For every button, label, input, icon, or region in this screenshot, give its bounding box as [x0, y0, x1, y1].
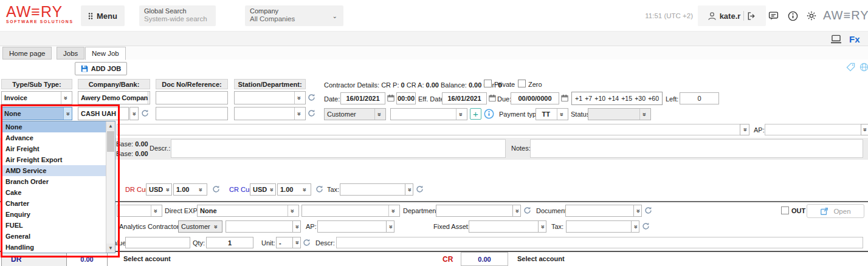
department-input[interactable] — [436, 205, 513, 217]
analytics-contractor-select[interactable]: Customer « — [178, 220, 222, 233]
chevron-double-down-icon[interactable]: « — [639, 109, 648, 120]
company-field[interactable]: Awery Demo Compan « — [78, 91, 150, 104]
terminal-monitor-icon[interactable] — [830, 35, 842, 44]
dropdown-item[interactable]: Advance — [2, 132, 106, 143]
line-descr-input[interactable] — [336, 237, 863, 248]
tag-icon[interactable] — [846, 63, 855, 72]
company-select[interactable]: Company All Companies ⌄ — [245, 5, 343, 26]
job-subtype-select[interactable]: None « — [1, 107, 72, 120]
left-input[interactable]: 0 — [680, 92, 719, 104]
descr-input[interactable] — [171, 139, 506, 158]
dr-rate-select[interactable]: 1.00 « — [173, 183, 207, 196]
chevron-double-down-icon[interactable]: « — [267, 184, 275, 195]
tab-jobs[interactable]: Jobs — [57, 47, 84, 60]
due-quick-add-button[interactable]: +1 — [575, 95, 582, 102]
direct-exp-select[interactable]: None « — [197, 205, 299, 217]
refresh-icon[interactable] — [308, 94, 315, 101]
chevron-double-down-icon[interactable]: « — [861, 124, 868, 135]
dropdown-item[interactable]: Branch Order — [2, 176, 106, 187]
private-checkbox[interactable] — [484, 80, 492, 87]
chevron-double-down-icon[interactable]: « — [388, 205, 397, 216]
logout-icon[interactable] — [747, 12, 756, 21]
calendar-icon[interactable] — [561, 94, 568, 102]
unit-select[interactable]: - — [276, 237, 293, 248]
chevron-double-down-icon[interactable]: « — [300, 184, 308, 195]
notes-input[interactable] — [530, 139, 863, 158]
refresh-icon[interactable] — [642, 222, 650, 230]
dropdown-item[interactable]: AMD Service — [2, 165, 106, 176]
chevron-double-down-icon[interactable]: « — [294, 107, 303, 120]
dropdown-item[interactable]: Charter — [2, 198, 106, 209]
chevron-double-down-icon[interactable]: « — [129, 107, 139, 120]
scroll-down-arrow-icon[interactable]: ▼ — [106, 244, 115, 253]
analytics-select[interactable]: « — [117, 205, 162, 217]
chevron-double-down-icon[interactable]: « — [163, 184, 171, 195]
dropdown-item[interactable]: Enquiry — [2, 209, 106, 220]
refresh-icon[interactable] — [141, 109, 149, 117]
refresh-icon[interactable] — [523, 206, 531, 214]
dropdown-item[interactable]: None — [2, 121, 106, 132]
dr-account-input[interactable] — [117, 124, 740, 135]
chevron-double-down-icon[interactable]: « — [633, 205, 642, 217]
analytics-ap-input[interactable] — [317, 220, 387, 233]
dropdown-item[interactable]: Handling — [2, 242, 106, 253]
chevron-double-down-icon[interactable]: « — [456, 109, 464, 120]
contractor-info-icon[interactable] — [484, 109, 494, 119]
dropdown-item[interactable]: FUEL — [2, 220, 106, 231]
feedback-icon[interactable] — [768, 11, 779, 21]
document-input[interactable] — [565, 205, 634, 217]
dropdown-scrollbar[interactable]: ▲ ▼ — [106, 121, 115, 253]
dr-amount-cell[interactable]: 0.00 — [67, 252, 108, 266]
station-select-2[interactable]: « — [234, 107, 306, 120]
chevron-double-down-icon[interactable]: « — [740, 124, 749, 135]
chevron-double-down-icon[interactable]: « — [151, 205, 159, 216]
ap-input[interactable] — [765, 124, 861, 135]
dropdown-item[interactable]: Air Freight — [2, 143, 106, 154]
dropdown-item[interactable]: Air Freight Export — [2, 154, 106, 165]
due-quick-add-button[interactable]: +14 — [608, 95, 619, 102]
chevron-double-down-icon[interactable]: « — [405, 183, 413, 196]
refresh-icon[interactable] — [644, 206, 652, 214]
fx-button[interactable]: Fx — [849, 34, 860, 44]
fixed-asset-input[interactable] — [469, 220, 539, 233]
chevron-double-down-icon[interactable]: « — [292, 237, 301, 248]
refresh-icon[interactable] — [212, 185, 220, 193]
chevron-double-down-icon[interactable]: « — [196, 184, 204, 195]
date-input[interactable]: 16/01/2021 — [340, 92, 385, 104]
chevron-double-down-icon[interactable]: « — [288, 205, 296, 216]
out-checkbox[interactable] — [781, 206, 789, 214]
chevron-double-down-icon[interactable]: « — [212, 221, 219, 232]
analytics-contractor-input[interactable] — [226, 220, 293, 233]
payment-type-select[interactable]: TT « — [536, 108, 568, 120]
due-quick-add-button[interactable]: +10 — [594, 95, 605, 102]
scrollbar-thumb[interactable] — [107, 131, 114, 152]
due-quick-add-button[interactable]: +30 — [635, 95, 646, 102]
analytics-tax-input[interactable] — [566, 220, 632, 233]
open-button[interactable]: Open — [807, 204, 864, 218]
chevron-double-down-icon[interactable]: « — [292, 220, 301, 233]
calendar-icon[interactable] — [387, 94, 394, 102]
awery-logo[interactable]: AW≡RY SOFTWARE SOLUTIONS — [6, 4, 74, 24]
cr-select-account-text[interactable]: Select account — [517, 255, 565, 262]
contractor-type-select[interactable]: Customer « — [324, 108, 386, 120]
calendar-icon[interactable] — [489, 94, 496, 102]
doc-no-input[interactable] — [156, 91, 228, 104]
user-menu[interactable]: kate.r — [698, 5, 766, 26]
add-contractor-button[interactable]: + — [470, 108, 481, 120]
globe-icon[interactable] — [859, 63, 868, 72]
chevron-double-down-icon[interactable]: « — [61, 92, 69, 104]
tab-new-job[interactable]: New Job — [85, 47, 126, 60]
chevron-double-down-icon[interactable]: « — [374, 109, 383, 120]
chevron-double-down-icon[interactable]: « — [512, 205, 521, 217]
tab-home-page[interactable]: Home page — [2, 47, 52, 60]
dropdown-item[interactable]: Cake — [2, 187, 106, 198]
due-quick-add-button[interactable]: +15 — [621, 95, 632, 102]
bank-field[interactable]: CASH UAH — [78, 107, 129, 120]
due-date-input[interactable]: 00/00/0000 — [511, 92, 559, 104]
job-type-select[interactable]: Invoice « — [1, 91, 72, 104]
cr-currency-select[interactable]: USD « — [250, 183, 276, 196]
chevron-double-down-icon[interactable]: « — [148, 92, 150, 104]
tax-input[interactable] — [340, 183, 405, 196]
due-quick-add-button[interactable]: +60 — [648, 95, 659, 102]
dropdown-item[interactable]: General — [2, 231, 106, 242]
